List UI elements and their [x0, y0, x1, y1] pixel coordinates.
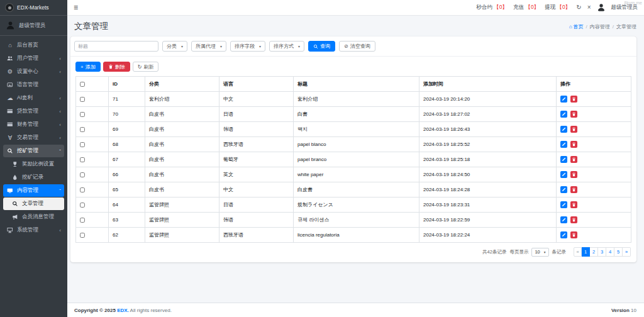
- cell-time: 2024-03-19 18:22:24: [419, 228, 557, 243]
- sidebar-item-content[interactable]: 内容管理 ˇ: [3, 184, 64, 197]
- sidebar-item-mining[interactable]: 挖矿管理 ˇ: [3, 145, 64, 157]
- pager-page-button[interactable]: 4: [606, 247, 614, 257]
- delete-row-button[interactable]: [570, 171, 577, 178]
- title-search-input[interactable]: [74, 41, 158, 52]
- cell-category: 监管牌照: [145, 213, 219, 228]
- delete-button[interactable]: 删除: [103, 62, 130, 72]
- breadcrumb-home-link[interactable]: ⌂首页: [569, 23, 584, 30]
- brand[interactable]: EDX-Markets: [0, 0, 67, 16]
- edit-row-button[interactable]: [560, 141, 567, 148]
- footer-brand-link[interactable]: EDX.: [117, 308, 129, 313]
- edit-row-button[interactable]: [560, 156, 567, 163]
- content-card: 分类▾ 所属代理▾ 排序字段▾ 排序方式▾ 查询 ⊘ 清空查询 +添加: [70, 36, 636, 262]
- pager-page-button[interactable]: 2: [590, 247, 598, 257]
- cell-time: 2024-03-19 18:22:59: [419, 213, 557, 228]
- edit-row-button[interactable]: [560, 231, 567, 238]
- edit-row-button[interactable]: [560, 171, 567, 178]
- trophy-icon: [11, 161, 19, 167]
- sidebar-item-articles[interactable]: 文章管理: [3, 197, 64, 210]
- delete-row-button[interactable]: [570, 141, 577, 148]
- edit-row-button[interactable]: [560, 216, 567, 223]
- select-all-checkbox[interactable]: [80, 82, 85, 87]
- delete-row-button[interactable]: [570, 186, 577, 193]
- cell-language: 韩语: [219, 122, 294, 137]
- edit-row-button[interactable]: [560, 126, 567, 133]
- sidebar-item-language[interactable]: 语言管理: [3, 79, 64, 91]
- breadcrumb: ⌂首页 / 内容管理 / 文章管理: [569, 23, 636, 30]
- pager-page-button[interactable]: 5: [614, 247, 623, 257]
- sidebar-item-settings[interactable]: ⚙ 设置中心 ‹: [3, 65, 64, 78]
- edit-row-button[interactable]: [560, 111, 567, 118]
- sidebar-item-trade[interactable]: ∀ 交易管理 ‹: [3, 131, 64, 144]
- stat-withdraw[interactable]: 提现 【0】: [545, 4, 570, 11]
- agent-select[interactable]: 所属代理▾: [191, 41, 226, 52]
- per-page-select[interactable]: 10▾: [531, 248, 548, 257]
- pager-prev-button[interactable]: «: [574, 247, 582, 257]
- stat-deposit[interactable]: 充值 【0】: [513, 4, 539, 11]
- sidebar-user-panel[interactable]: 超级管理员: [0, 16, 67, 36]
- table-row: 71 套利介绍 中文 套利介绍 2024-03-19 20:14:20: [76, 92, 631, 107]
- navbar-avatar-icon[interactable]: [597, 3, 606, 12]
- sidebar-item-loans[interactable]: 贷款管理 ‹: [3, 105, 64, 118]
- pencil-icon: [562, 97, 566, 101]
- home-icon: ⌂: [569, 24, 572, 30]
- sort-order-select[interactable]: 排序方式▾: [269, 41, 304, 52]
- tv-icon: [6, 187, 14, 194]
- sidebar-item-member-messages[interactable]: 会员消息管理: [3, 211, 64, 223]
- refresh-icon[interactable]: ↻: [576, 4, 581, 11]
- clear-search-button[interactable]: ⊘ 清空查询: [339, 41, 375, 52]
- sidebar-item-mining-records[interactable]: 挖矿记录: [3, 171, 64, 184]
- row-checkbox[interactable]: [80, 112, 85, 117]
- sidebar-item-finance[interactable]: 财务管理 ‹: [3, 118, 64, 131]
- category-select[interactable]: 分类▾: [162, 41, 187, 52]
- table-row: 62 监管牌照 西班牙语 licencia regulatoria 2024-0…: [76, 228, 631, 243]
- sidebar-item-label: AI套利: [17, 94, 33, 102]
- fullscreen-icon[interactable]: ×: [587, 4, 591, 11]
- megaphone-icon: [11, 214, 19, 220]
- cell-id: 62: [109, 228, 145, 243]
- sidebar-item-ai-arbitrage[interactable]: ☁ AI套利 ‹: [3, 92, 64, 104]
- refresh-button[interactable]: ↻刷新: [133, 62, 159, 72]
- delete-row-button[interactable]: [570, 201, 577, 208]
- row-checkbox[interactable]: [80, 187, 85, 192]
- cell-id: 66: [109, 167, 145, 182]
- sidebar-item-reward-ratio[interactable]: 奖励比例设置: [3, 158, 64, 170]
- delete-row-button[interactable]: [570, 231, 577, 238]
- sort-field-select[interactable]: 排序字段▾: [230, 41, 265, 52]
- sidebar-item-dashboard[interactable]: ⌂ 后台首页: [3, 39, 64, 52]
- delete-row-button[interactable]: [570, 126, 577, 133]
- row-checkbox[interactable]: [80, 218, 85, 223]
- cell-category: 监管牌照: [145, 197, 219, 213]
- edit-row-button[interactable]: [560, 186, 567, 193]
- navbar-username[interactable]: 超级管理员: [611, 4, 638, 11]
- edit-row-button[interactable]: [560, 96, 567, 103]
- table-row: 69 白皮书 韩语 백지 2024-03-19 18:26:43: [76, 122, 631, 137]
- row-checkbox[interactable]: [80, 172, 85, 177]
- delete-row-button[interactable]: [570, 216, 577, 223]
- row-checkbox[interactable]: [80, 157, 85, 162]
- cell-language: 西班牙语: [219, 137, 294, 152]
- row-checkbox[interactable]: [80, 203, 85, 208]
- delete-row-button[interactable]: [570, 96, 577, 103]
- delete-row-button[interactable]: [570, 111, 577, 118]
- select-label: 排序方式: [274, 43, 294, 50]
- sidebar-item-label: 语言管理: [17, 81, 38, 89]
- row-checkbox[interactable]: [80, 233, 85, 238]
- stat-seconds-contract[interactable]: 秒合约 【0】: [476, 4, 508, 11]
- row-checkbox[interactable]: [80, 127, 85, 132]
- search-button[interactable]: 查询: [308, 41, 335, 52]
- row-checkbox[interactable]: [80, 97, 85, 102]
- pager-page-button[interactable]: 3: [598, 247, 606, 257]
- edit-row-button[interactable]: [560, 201, 567, 208]
- page-header: 文章管理 ⌂首页 / 内容管理 / 文章管理: [67, 16, 644, 36]
- hamburger-icon[interactable]: ≡: [74, 3, 78, 12]
- pager-page-button[interactable]: 1: [582, 247, 590, 257]
- row-checkbox[interactable]: [80, 142, 85, 147]
- delete-row-button[interactable]: [570, 156, 577, 163]
- table-row: 70 白皮书 日语 白書 2024-03-19 18:27:02: [76, 107, 631, 122]
- pager-next-button[interactable]: »: [623, 247, 631, 257]
- sidebar-item-users[interactable]: 用户管理 ‹: [3, 52, 64, 65]
- add-button[interactable]: +添加: [75, 62, 101, 72]
- sidebar-item-system[interactable]: 系统管理 ‹: [3, 224, 64, 236]
- sidebar-item-label: 后台首页: [17, 42, 38, 49]
